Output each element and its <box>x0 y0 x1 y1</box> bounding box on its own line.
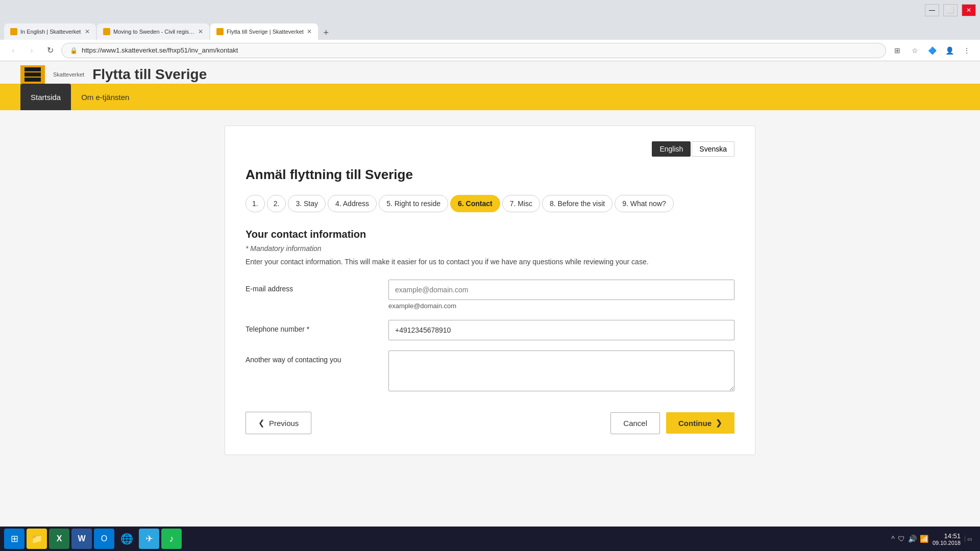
cancel-button[interactable]: Cancel <box>610 412 660 434</box>
taskbar-file-explorer[interactable]: 📁 <box>27 529 47 549</box>
extension-icon[interactable]: 🔷 <box>925 43 939 58</box>
step-9-what-now[interactable]: 9. What now? <box>615 195 674 212</box>
logo-icon <box>20 65 45 84</box>
tab-moving-to-sweden[interactable]: Moving to Sweden - Civil registr... ✕ <box>97 23 209 40</box>
section-title: Your contact information <box>246 229 734 240</box>
minimize-btn[interactable]: — <box>925 4 939 16</box>
tray-network-icon[interactable]: 📶 <box>920 535 928 543</box>
step-5-right-to-reside[interactable]: 5. Right to reside <box>379 195 448 212</box>
section-description: Enter your contact information. This wil… <box>246 257 734 267</box>
step-7-misc[interactable]: 7. Misc <box>502 195 540 212</box>
taskbar-outlook[interactable]: O <box>94 529 114 549</box>
lang-english-button[interactable]: English <box>652 141 691 157</box>
step-1[interactable]: 1. <box>246 195 265 212</box>
tab1-favicon <box>10 28 17 35</box>
taskbar-date-display: 09.10.2018 <box>933 540 961 546</box>
taskbar-telegram[interactable]: ✈ <box>139 529 159 549</box>
phone-field-container <box>388 320 734 340</box>
page-content: Skatteverket Flytta till Sverige Startsi… <box>0 61 980 551</box>
step-3-stay[interactable]: 3. Stay <box>288 195 326 212</box>
tray-chevron-icon[interactable]: ^ <box>891 535 895 543</box>
previous-chevron-icon: ❮ <box>258 418 265 428</box>
form-footer: ❮ Previous Cancel Continue ❯ <box>246 412 734 434</box>
new-tab-button[interactable]: + <box>319 26 333 40</box>
star-icon[interactable]: ☆ <box>908 43 922 58</box>
tab2-close[interactable]: ✕ <box>198 28 203 35</box>
continue-chevron-icon: ❯ <box>716 418 722 428</box>
step-8-before-visit[interactable]: 8. Before the visit <box>542 195 612 212</box>
translate-icon[interactable]: ⊞ <box>890 43 904 58</box>
menu-icon[interactable]: ⋮ <box>960 43 974 58</box>
tab2-favicon <box>103 28 110 35</box>
phone-input[interactable] <box>388 320 734 340</box>
refresh-button[interactable]: ↻ <box>43 43 57 58</box>
tab-in-english[interactable]: In English | Skatteverket ✕ <box>4 23 96 40</box>
nav-om-etjansten[interactable]: Om e-tjänsten <box>71 84 139 110</box>
continue-button[interactable]: Continue ❯ <box>666 412 734 434</box>
email-input[interactable] <box>388 280 734 300</box>
main-container: English Svenska Anmäl flyttning till Sve… <box>225 126 755 455</box>
taskbar-chrome[interactable]: 🌐 <box>116 529 137 549</box>
phone-label: Telephone number * <box>246 320 378 333</box>
taskbar-time-display: 14:51 <box>933 532 961 540</box>
step-4-address[interactable]: 4. Address <box>328 195 377 212</box>
lang-svenska-button[interactable]: Svenska <box>692 141 734 157</box>
lang-switcher: English Svenska <box>246 141 734 157</box>
previous-label: Previous <box>269 419 299 428</box>
taskbar-windows-start[interactable]: ⊞ <box>4 529 24 549</box>
email-field-container: example@domain.com <box>388 280 734 310</box>
forward-button[interactable]: › <box>24 43 39 58</box>
tab3-close[interactable]: ✕ <box>307 28 312 35</box>
email-row: E-mail address example@domain.com <box>246 280 734 310</box>
taskbar-spotify[interactable]: ♪ <box>161 529 182 549</box>
close-btn[interactable]: ✕ <box>962 4 976 16</box>
other-field-container <box>388 350 734 391</box>
tray-defender-icon: 🛡 <box>898 535 905 543</box>
logo-area: Skatteverket Flytta till Sverige <box>20 65 207 84</box>
logo-text: Skatteverket <box>53 71 84 78</box>
tabs-bar: In English | Skatteverket ✕ Moving to Sw… <box>0 20 980 40</box>
taskbar-excel[interactable]: X <box>49 529 69 549</box>
system-tray: ^ 🛡 🔊 📶 <box>891 535 928 543</box>
tab1-title: In English | Skatteverket <box>20 29 82 35</box>
continue-label: Continue <box>678 419 712 428</box>
nav-startsida[interactable]: Startsida <box>20 84 71 110</box>
other-contact-label: Another way of contacting you <box>246 350 378 364</box>
page-title: Anmäl flyttning till Sverige <box>246 167 734 183</box>
show-desktop-button[interactable]: ▭ <box>965 536 972 542</box>
email-label: E-mail address <box>246 280 378 293</box>
svg-rect-0 <box>24 67 41 71</box>
address-input-container[interactable]: 🔒 https://www1.skatteverket.se/fhxp51/in… <box>61 43 886 58</box>
phone-row: Telephone number * <box>246 320 734 340</box>
site-title: Flytta till Sverige <box>92 66 207 83</box>
maximize-btn[interactable]: ⬜ <box>943 4 958 16</box>
toolbar-icons: ⊞ ☆ 🔷 👤 ⋮ <box>890 43 974 58</box>
tab2-title: Moving to Sweden - Civil registr... <box>113 29 195 35</box>
tab3-title: Flytta till Sverige | Skatteverket <box>227 29 304 35</box>
tray-volume-icon[interactable]: 🔊 <box>908 535 917 543</box>
tab3-favicon <box>216 28 224 35</box>
previous-button[interactable]: ❮ Previous <box>246 412 311 434</box>
other-contact-input[interactable] <box>388 350 734 391</box>
browser-chrome: — ⬜ ✕ In English | Skatteverket ✕ Moving… <box>0 0 980 61</box>
taskbar-word[interactable]: W <box>71 529 92 549</box>
other-contact-row: Another way of contacting you <box>246 350 734 391</box>
tab1-close[interactable]: ✕ <box>85 28 90 35</box>
step-2[interactable]: 2. <box>267 195 286 212</box>
back-button[interactable]: ‹ <box>6 43 20 58</box>
taskbar-right: ^ 🛡 🔊 📶 14:51 09.10.2018 ▭ <box>891 532 976 546</box>
right-buttons: Cancel Continue ❯ <box>610 412 734 434</box>
profile-icon[interactable]: 👤 <box>942 43 957 58</box>
title-bar: — ⬜ ✕ <box>0 0 980 20</box>
lock-icon: 🔒 <box>70 47 78 54</box>
tab-flytta[interactable]: Flytta till Sverige | Skatteverket ✕ <box>210 23 318 40</box>
svg-rect-1 <box>24 72 41 77</box>
step-navigation: 1. 2. 3. Stay 4. Address 5. Right to res… <box>246 195 734 212</box>
step-6-contact[interactable]: 6. Contact <box>450 195 500 212</box>
nav-bar: Startsida Om e-tjänsten <box>0 84 980 110</box>
email-hint: example@domain.com <box>388 302 734 310</box>
taskbar: ⊞ 📁 X W O 🌐 ✈ ♪ ^ 🛡 🔊 📶 14:51 09.10.2018… <box>0 527 980 551</box>
taskbar-clock[interactable]: 14:51 09.10.2018 <box>933 532 961 546</box>
address-text: https://www1.skatteverket.se/fhxp51/inv_… <box>82 46 238 54</box>
mandatory-note: * Mandatory information <box>246 244 734 253</box>
